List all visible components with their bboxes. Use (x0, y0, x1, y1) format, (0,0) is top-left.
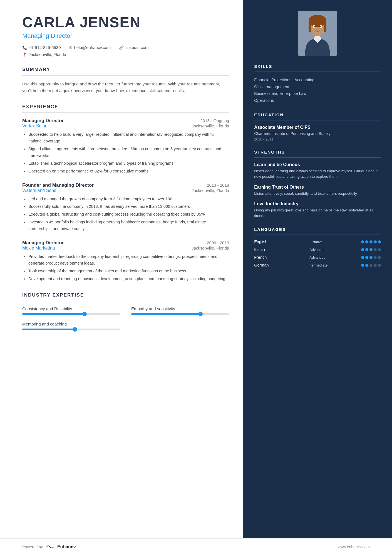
bullet-1-2: Signed alliance agreements with fibre ne… (28, 146, 229, 159)
expertise-dot-1 (82, 312, 87, 316)
bullet-2-2: Successfully sold the company in 2013. I… (28, 203, 229, 210)
exp-bullets-1: Succeeded to help build a very large, re… (22, 131, 229, 175)
expertise-label-3: Mentoring and coaching (22, 322, 120, 326)
summary-section: SUMMARY Use this opportunity to intrigue… (22, 67, 229, 94)
bullet-2-1: Led and managed the growth of company fr… (28, 196, 229, 203)
lang-name-italian: Italian (254, 247, 296, 252)
edu-years-1: 2010 - 2011 (254, 137, 381, 141)
expertise-title: INDUSTRY EXPERTISE (22, 292, 229, 298)
experience-section: EXPERIENCE Managing Director 2018 - Ongo… (22, 104, 229, 282)
dot-f2 (365, 256, 368, 259)
strengths-title: STRENGTHS (254, 150, 381, 154)
skills-divider (254, 71, 381, 72)
dot-f5 (378, 256, 381, 259)
expertise-section: INDUSTRY EXPERTISE Consistency and Relia… (22, 292, 229, 330)
experience-item-1: Managing Director 2018 - Ongoing Vortex … (22, 118, 229, 175)
email-icon: ✉ (69, 45, 73, 50)
lang-row-french: French Advanced (254, 255, 381, 260)
lang-row-italian: Italian Advanced (254, 247, 381, 252)
experience-title: EXPERIENCE (22, 104, 229, 110)
dot-i1 (361, 248, 364, 251)
strength-name-1: Learn and be Curious (254, 162, 381, 167)
exp-sub-1: Vortex Solar Jacksonville, Florida (22, 124, 229, 129)
candidate-photo (298, 11, 337, 56)
link-icon: 🔗 (119, 45, 124, 50)
phone-number: +1-914-345-5530 (29, 45, 61, 50)
dot-e3 (369, 240, 373, 243)
lang-name-french: French (254, 255, 296, 260)
exp-location-3: Jacksonville, Florida (192, 246, 229, 250)
exp-header-1: Managing Director 2018 - Ongoing (22, 118, 229, 124)
exp-sub-2: Waters and Sons Jacksonville, Florida (22, 188, 229, 193)
education-divider (254, 120, 381, 120)
dot-f4 (374, 256, 377, 259)
expertise-bar-fill-3 (22, 329, 76, 330)
exp-company-1: Vortex Solar (22, 124, 46, 129)
exp-role-1: Managing Director (22, 118, 64, 124)
footer: Powered by Enhancv www.enhancv.com (0, 538, 392, 555)
strength-desc-1: Never done learning and always seeking t… (254, 168, 381, 180)
dot-i3 (369, 248, 373, 251)
expertise-bar-bg-2 (131, 313, 229, 315)
lang-level-german: Intermediate (296, 263, 339, 267)
lang-level-italian: Advanced (296, 248, 339, 252)
strength-desc-3: Doing my job with great love and passion… (254, 208, 381, 219)
dot-g1 (361, 264, 364, 267)
exp-role-2: Founder and Managing Director (22, 182, 94, 188)
bullet-3-3: Development and reporting of business de… (28, 276, 229, 282)
svg-point-8 (320, 26, 321, 27)
location-icon: 📍 (22, 52, 27, 57)
languages-divider (254, 235, 381, 235)
bullet-1-3: Established a technological accelerator … (28, 160, 229, 167)
expertise-bar-bg-1 (22, 313, 120, 315)
phone-icon: 📞 (22, 45, 27, 50)
exp-bullets-3: Provided market feedback to the company … (22, 253, 229, 282)
experience-item-2: Founder and Managing Director 2013 - 201… (22, 182, 229, 233)
svg-rect-3 (309, 21, 311, 32)
exp-header-3: Managing Director 2009 - 2013 (22, 240, 229, 246)
dot-g2 (365, 264, 368, 267)
exp-dates-2: 2013 - 2018 (207, 183, 229, 188)
expertise-item-3: Mentoring and coaching (22, 322, 120, 330)
skills-text: Financial Projections · Accounting · Off… (254, 77, 381, 104)
exp-dates-1: 2018 - Ongoing (200, 118, 229, 123)
left-column: CARLA JENSEN Managing Director 📞 +1-914-… (0, 0, 243, 538)
expertise-grid: Consistency and Reliability Empathy and … (22, 306, 229, 330)
bullet-2-4: Invested in 45 portfolio holdings includ… (28, 219, 229, 232)
lang-row-english: English Native (254, 240, 381, 244)
exp-header-2: Founder and Managing Director 2013 - 201… (22, 182, 229, 188)
strength-item-2: Earning Trust of Others Listen attentive… (254, 185, 381, 196)
dot-e4 (374, 240, 377, 243)
education-section: EDUCATION Associate Member of CIPS Chart… (254, 112, 381, 142)
phone-contact: 📞 +1-914-345-5530 (22, 45, 61, 50)
contact-info: 📞 +1-914-345-5530 ✉ help@enhancv.com 🔗 l… (22, 45, 229, 50)
location-info: 📍 Jacksonville, Florida (22, 52, 229, 57)
expertise-label-2: Empathy and sensitivity (131, 306, 229, 311)
footer-left: Powered by Enhancv (22, 544, 76, 550)
right-column: SKILLS Financial Projections · Accountin… (243, 0, 392, 538)
lang-level-english: Native (296, 240, 339, 244)
bullet-3-1: Provided market feedback to the company … (28, 253, 229, 267)
exp-company-2: Waters and Sons (22, 188, 56, 193)
lang-row-german: German Intermediate (254, 263, 381, 267)
exp-sub-3: Moxie Marketing Jacksonville, Florida (22, 246, 229, 251)
expertise-item-1: Consistency and Reliability (22, 306, 120, 315)
expertise-dot-2 (198, 312, 203, 316)
candidate-title: Managing Director (22, 32, 229, 40)
footer-brand: Enhancv (57, 544, 76, 549)
expertise-dot-3 (73, 327, 77, 332)
email-address: help@enhancv.com (74, 45, 111, 50)
education-item-1: Associate Member of CIPS Chartered Insit… (254, 125, 381, 142)
experience-item-3: Managing Director 2009 - 2013 Moxie Mark… (22, 240, 229, 282)
dot-g3 (369, 264, 373, 267)
lang-name-english: English (254, 240, 296, 244)
candidate-name: CARLA JENSEN (22, 14, 229, 31)
lang-dots-english (339, 240, 381, 243)
enhancv-logo-icon (46, 544, 54, 550)
summary-title: SUMMARY (22, 67, 229, 72)
languages-title: LANGUAGES (254, 227, 381, 232)
languages-section: LANGUAGES English Native Italian Ad (254, 227, 381, 267)
svg-point-7 (314, 26, 315, 27)
dot-e5 (378, 240, 381, 243)
linkedin-contact: 🔗 linkedin.com (119, 45, 148, 50)
